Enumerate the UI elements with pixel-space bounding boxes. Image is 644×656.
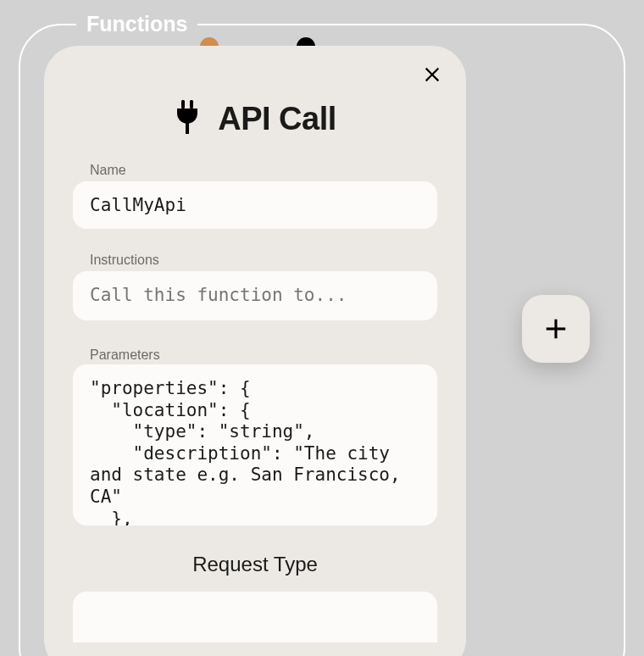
modal-header: API Call — [73, 100, 437, 137]
plug-icon — [174, 100, 201, 137]
svg-rect-3 — [190, 100, 193, 108]
functions-frame-label: Functions — [76, 12, 197, 36]
close-icon — [423, 65, 441, 84]
add-function-button[interactable] — [522, 295, 590, 363]
name-input[interactable] — [73, 181, 437, 229]
request-type-title: Request Type — [73, 553, 437, 576]
parameters-label: Parameters — [73, 347, 437, 363]
parameters-input[interactable] — [73, 364, 437, 525]
name-label: Name — [73, 163, 437, 178]
instructions-field-group: Instructions — [73, 253, 437, 324]
name-field-group: Name — [73, 163, 437, 229]
request-type-selector[interactable] — [73, 592, 437, 642]
instructions-input[interactable] — [73, 271, 437, 320]
instructions-label: Instructions — [73, 253, 437, 268]
api-call-modal: API Call Name Instructions Parameters Re… — [44, 46, 466, 656]
plus-icon — [543, 316, 569, 342]
svg-rect-2 — [181, 100, 185, 108]
parameters-field-group: Parameters — [73, 347, 437, 529]
close-button[interactable] — [420, 63, 444, 86]
modal-title: API Call — [218, 101, 336, 137]
